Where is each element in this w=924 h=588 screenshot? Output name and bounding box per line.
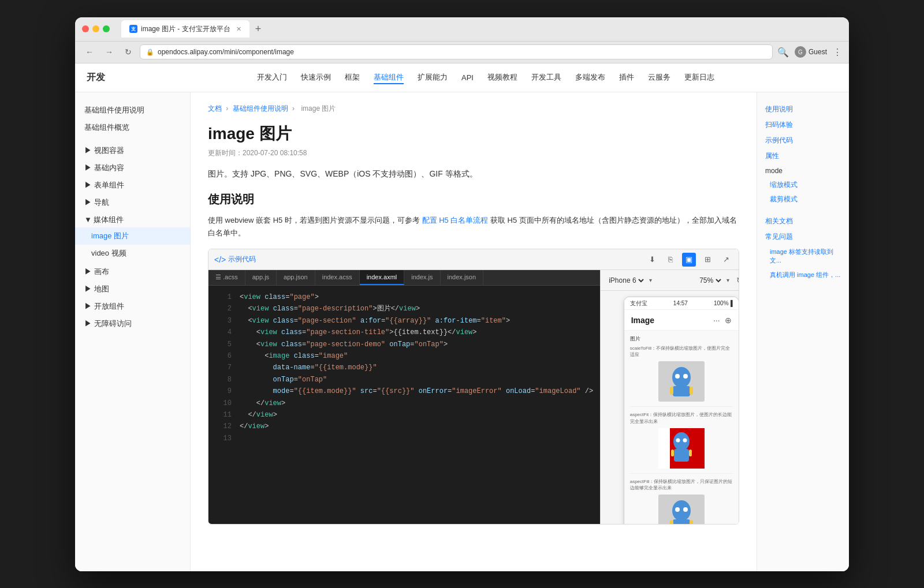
svg-point-6: [673, 432, 690, 451]
sidebar-group-form[interactable]: ▶ 表单组件: [75, 175, 190, 193]
demo-toolbar-label: </> 示例代码: [214, 254, 256, 264]
tab-bar: 支 image 图片 - 支付宝开放平台 ✕ +: [121, 20, 264, 38]
sidebar-item-usage[interactable]: 基础组件使用说明: [75, 102, 190, 119]
nav-item-framework[interactable]: 框架: [345, 71, 360, 84]
sidebar-group-a11y[interactable]: ▶ 无障碍访问: [75, 314, 190, 331]
right-sidebar-usage[interactable]: 使用说明: [757, 102, 849, 117]
sidebar-group-open[interactable]: ▶ 开放组件: [75, 297, 190, 314]
right-sidebar-faq-1[interactable]: image 标签支持读取到文...: [757, 245, 849, 268]
scale-chevron-icon: ▾: [726, 277, 729, 283]
sidebar-group-view[interactable]: ▶ 视图容器: [75, 141, 190, 158]
demo-toolbar: </> 示例代码 ⬇ ⎘ ▣ ⊞ ↗: [208, 249, 739, 270]
svg-rect-11: [689, 450, 692, 456]
sidebar-item-image[interactable]: image 图片: [75, 227, 190, 245]
svg-rect-5: [690, 387, 693, 395]
svg-rect-10: [671, 450, 674, 456]
file-tabs: ☰ .acss app.js app.json index.acss index…: [208, 270, 600, 286]
back-button[interactable]: ←: [82, 46, 97, 58]
sidebar-group-map[interactable]: ▶ 地图: [75, 279, 190, 297]
code-area: ☰ .acss app.js app.json index.acss index…: [208, 270, 600, 524]
file-tab-index-js[interactable]: index.js: [404, 270, 440, 285]
download-button[interactable]: ⬇: [645, 253, 659, 267]
tab-label: image 图片 - 支付宝开放平台: [141, 24, 230, 34]
nav-item-dev-tools[interactable]: 开发工具: [531, 71, 561, 84]
code-line-12: 12 </view>: [208, 421, 600, 432]
profile-button[interactable]: G Guest: [795, 46, 827, 58]
split-view-button[interactable]: ▣: [682, 253, 696, 267]
nav-item-video-tutorial[interactable]: 视频教程: [487, 71, 517, 84]
file-tab-index-axml[interactable]: index.axml: [360, 270, 405, 285]
file-tab-app-js[interactable]: app.js: [245, 270, 277, 285]
scale-select[interactable]: 75%: [697, 276, 723, 285]
browser-tab[interactable]: 支 image 图片 - 支付宝开放平台 ✕: [121, 20, 249, 38]
grid-button[interactable]: ⊞: [701, 253, 714, 267]
new-tab-button[interactable]: +: [252, 23, 265, 35]
guest-label: Guest: [808, 48, 827, 56]
svg-point-9: [683, 438, 687, 442]
file-tab-index-acss[interactable]: index.acss: [315, 270, 360, 285]
right-sidebar-mode: mode: [757, 164, 849, 178]
svg-point-0: [672, 367, 691, 388]
refresh-icon[interactable]: ↻: [736, 276, 739, 285]
right-sidebar-scale[interactable]: 缩放模式: [757, 178, 849, 192]
svg-point-15: [683, 507, 688, 512]
link-config-h5[interactable]: 配置 H5 白名单流程: [422, 216, 489, 224]
forward-button[interactable]: →: [102, 46, 117, 58]
tab-close-icon[interactable]: ✕: [236, 25, 241, 33]
phone-battery: 100%▐: [714, 300, 733, 306]
right-sidebar-faq-2[interactable]: 真机调用 image 组件，...: [757, 268, 849, 282]
search-icon[interactable]: 🔍: [777, 47, 789, 58]
menu-icon[interactable]: ⋮: [833, 47, 842, 58]
nav-item-plugin[interactable]: 插件: [619, 71, 634, 84]
sidebar-group-nav[interactable]: ▶ 导航: [75, 193, 190, 210]
nav-item-extension[interactable]: 扩展能力: [418, 71, 448, 84]
right-sidebar-related[interactable]: 相关文档: [757, 214, 849, 229]
sidebar-item-video[interactable]: video 视频: [75, 245, 190, 262]
sidebar-group-media[interactable]: ▼ 媒体组件: [75, 210, 190, 227]
close-button[interactable]: [82, 25, 89, 32]
file-tab-menu[interactable]: ☰ .acss: [208, 270, 245, 285]
minimize-button[interactable]: [92, 25, 99, 32]
right-sidebar-qrcode[interactable]: 扫码体验: [757, 117, 849, 133]
right-sidebar-crop[interactable]: 裁剪模式: [757, 192, 849, 207]
nav-item-kaifa-rumen[interactable]: 开发入门: [257, 71, 287, 84]
right-sidebar-faq[interactable]: 常见问题: [757, 229, 849, 245]
phone-dots-icon[interactable]: ···: [713, 316, 720, 325]
code-line-2: 2 <view class="page-description">图片</vie…: [208, 303, 600, 314]
phone-desc-scaletofill: scaleToFill：不保持纵横比缩放图片，使图片完全适应: [630, 345, 733, 358]
share-button[interactable]: ↗: [719, 253, 733, 267]
phone-desc-aspectfill: aspectFill：保持纵横比缩放图片，只保证图片的短边能够完全显示出来: [630, 478, 733, 491]
maximize-button[interactable]: [103, 25, 110, 32]
sidebar-group-canvas[interactable]: ▶ 画布: [75, 262, 190, 279]
file-tab-app-json[interactable]: app.json: [277, 270, 315, 285]
nav-item-changelog[interactable]: 更新日志: [684, 71, 714, 84]
nav-item-cloud[interactable]: 云服务: [648, 71, 670, 84]
nav-item-basic-components[interactable]: 基础组件: [374, 71, 404, 84]
phone-share-icon[interactable]: ⊕: [725, 316, 732, 325]
right-sidebar-props[interactable]: 属性: [757, 148, 849, 164]
code-line-11: 11 </view>: [208, 409, 600, 421]
url-bar[interactable]: 🔒 opendocs.alipay.com/mini/component/ima…: [140, 44, 773, 59]
page-title: image 图片: [208, 123, 739, 145]
reload-button[interactable]: ↻: [121, 46, 135, 58]
file-tab-index-json[interactable]: index.json: [441, 270, 484, 285]
robot-image-3: [667, 499, 696, 524]
device-select[interactable]: iPhone 6 iPhone: [606, 276, 646, 285]
breadcrumb-basic[interactable]: 基础组件使用说明: [233, 104, 288, 113]
nav-item-multi-publish[interactable]: 多端发布: [575, 71, 605, 84]
robot-image-2: [669, 431, 694, 466]
nav-item-quick-example[interactable]: 快速示例: [301, 71, 331, 84]
copy-button[interactable]: ⎘: [664, 253, 677, 267]
code-icon: </>: [214, 255, 226, 264]
lock-icon: 🔒: [146, 48, 154, 56]
phone-nav-title: Image: [631, 316, 710, 325]
breadcrumb-current: image 图片: [301, 104, 336, 113]
sidebar-item-overview[interactable]: 基础组件概览: [75, 119, 190, 136]
sidebar-group-content[interactable]: ▶ 基础内容: [75, 158, 190, 175]
right-sidebar-example-code[interactable]: 示例代码: [757, 133, 849, 148]
nav-item-api[interactable]: API: [461, 72, 474, 83]
breadcrumb-doc[interactable]: 文档: [208, 104, 222, 113]
site-logo[interactable]: 开发: [87, 72, 105, 84]
main-content: 文档 › 基础组件使用说明 › image 图片 image 图片 更新时间：2…: [191, 92, 757, 571]
img-section-aspectfill: aspectFill：保持纵横比缩放图片，只保证图片的短边能够完全显示出来: [630, 478, 733, 524]
